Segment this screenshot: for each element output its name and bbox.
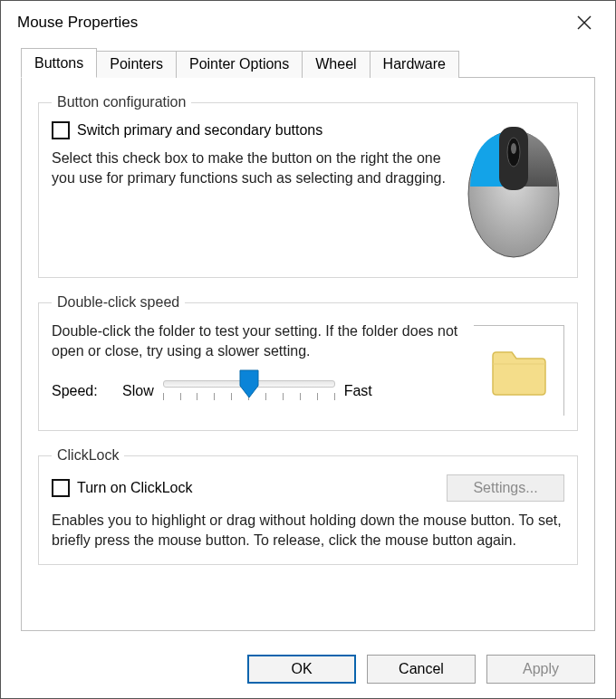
svg-point-5 [511,143,516,154]
slow-label: Slow [122,383,154,399]
tab-wheel[interactable]: Wheel [302,51,370,78]
group-double-click-speed: Double-click speed Double-click the fold… [38,294,578,431]
apply-button: Apply [486,655,595,684]
cancel-button[interactable]: Cancel [367,655,476,684]
fast-label: Fast [344,383,372,399]
group-legend: Double-click speed [52,294,185,311]
folder-icon [489,346,549,397]
tab-pointers[interactable]: Pointers [96,51,177,78]
group-button-configuration: Button configuration Switch primary and … [38,94,578,278]
clicklock-checkbox[interactable] [52,479,70,497]
slider-thumb-icon [239,369,259,398]
button-config-description: Select this check box to make the button… [52,148,448,187]
clicklock-toggle-row[interactable]: Turn on ClickLock [52,479,192,497]
close-icon [577,15,592,30]
group-legend: ClickLock [52,447,124,464]
close-button[interactable] [566,10,602,35]
mouse-icon [463,121,564,259]
switch-buttons-checkbox[interactable] [52,121,70,139]
group-legend: Button configuration [52,94,191,110]
ok-button[interactable]: OK [247,655,356,684]
speed-label: Speed: [52,383,113,399]
double-click-description: Double-click the folder to test your set… [52,321,459,360]
speed-row: Speed: Slow Fast [52,373,459,409]
window-title: Mouse Properties [17,14,138,32]
clicklock-label: Turn on ClickLock [77,480,192,496]
mouse-properties-dialog: Mouse Properties Buttons Pointers Pointe… [0,0,616,699]
tab-panel-buttons: Button configuration Switch primary and … [21,77,595,631]
mouse-image [463,121,564,263]
switch-buttons-label: Switch primary and secondary buttons [77,122,322,139]
tab-pointer-options[interactable]: Pointer Options [176,51,303,78]
group-clicklock: ClickLock Turn on ClickLock Settings... … [38,447,578,565]
dialog-button-bar: OK Cancel Apply [1,642,615,698]
double-click-speed-slider[interactable] [163,373,335,409]
double-click-test-folder[interactable] [474,325,564,416]
tab-buttons[interactable]: Buttons [21,48,97,78]
tab-hardware[interactable]: Hardware [370,51,459,78]
clicklock-description: Enables you to highlight or drag without… [52,511,564,550]
tab-strip: Buttons Pointers Pointer Options Wheel H… [21,48,595,77]
clicklock-settings-button: Settings... [447,474,564,502]
switch-buttons-row[interactable]: Switch primary and secondary buttons [52,121,448,139]
titlebar: Mouse Properties [1,1,615,41]
dialog-content: Buttons Pointers Pointer Options Wheel H… [1,41,615,642]
